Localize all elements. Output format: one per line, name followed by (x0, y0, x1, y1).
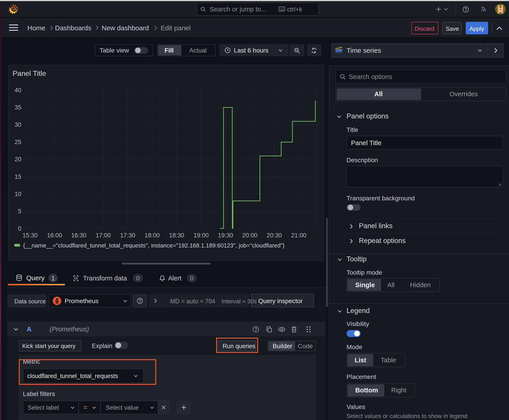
svg-text:15:30: 15:30 (23, 232, 38, 239)
svg-text:15: 15 (15, 173, 21, 180)
svg-text:16:00: 16:00 (47, 232, 62, 239)
svg-text:25: 25 (15, 139, 21, 145)
svg-text:16:30: 16:30 (71, 232, 86, 239)
svg-text:0: 0 (18, 225, 21, 232)
svg-text:10: 10 (15, 191, 21, 197)
svg-text:5: 5 (18, 208, 21, 215)
svg-text:19:30: 19:30 (218, 232, 233, 239)
svg-text:17:30: 17:30 (120, 232, 135, 239)
svg-text:35: 35 (15, 104, 21, 111)
svg-text:18:30: 18:30 (169, 232, 184, 239)
svg-text:18:00: 18:00 (144, 232, 160, 239)
svg-text:30: 30 (15, 121, 21, 128)
svg-text:20:30: 20:30 (267, 232, 282, 239)
svg-text:20:00: 20:00 (242, 232, 258, 239)
svg-text:20: 20 (15, 156, 21, 163)
svg-text:21:00: 21:00 (291, 232, 306, 239)
svg-text:19:00: 19:00 (193, 232, 209, 239)
svg-text:40: 40 (15, 87, 21, 94)
svg-text:{__name__="cloudflared_tunnel_: {__name__="cloudflared_tunnel_total_requ… (23, 242, 285, 249)
svg-text:17:00: 17:00 (96, 232, 111, 239)
